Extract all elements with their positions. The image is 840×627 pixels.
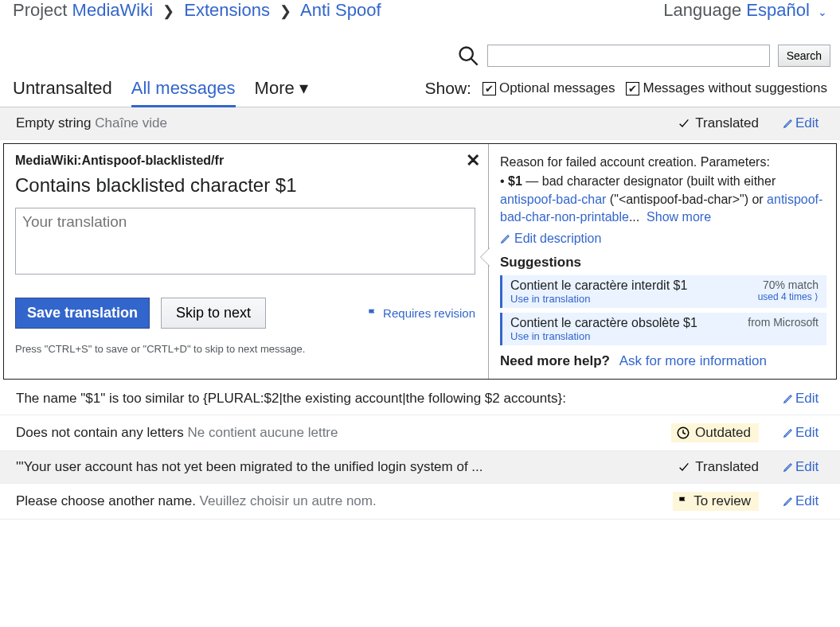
suggestion-text: Contient le caractère interdit $1 [510, 278, 687, 293]
row-translation: Ne contient aucune lettre [187, 425, 338, 440]
language-label: Language [663, 0, 741, 20]
doc-link[interactable]: antispoof-bad-char [500, 193, 606, 206]
search-button[interactable]: Search [778, 45, 830, 67]
pencil-icon [783, 393, 794, 404]
message-row[interactable]: Please choose another name. Veuillez cho… [0, 484, 840, 520]
pencil-icon [783, 427, 794, 438]
use-in-translation-link[interactable]: Use in translation [510, 330, 697, 342]
suggestion-match: 70% match [758, 278, 819, 291]
checkbox-optional-messages[interactable]: ✔ Optional messages [483, 80, 615, 96]
row-source: Empty string [16, 115, 91, 130]
project-label: Project [13, 0, 67, 20]
row-translation: Chaîne vide [95, 115, 167, 130]
edit-link[interactable]: Edit [783, 459, 827, 475]
search-input[interactable] [487, 45, 770, 67]
suggestion-item: Contient le caractère interdit $1 Use in… [500, 275, 826, 308]
panel-pointer [481, 247, 490, 267]
suggestion-source: from Microsoft [748, 316, 819, 329]
use-in-translation-link[interactable]: Use in translation [510, 293, 687, 305]
status-outdated: Outdated [671, 423, 759, 442]
flag-icon [678, 496, 689, 507]
message-row[interactable]: Does not contain any letters Ne contient… [0, 415, 840, 451]
language-selector[interactable]: Language Español ⌄ [663, 0, 827, 21]
message-row[interactable]: The name "$1" is too similar to {PLURAL:… [0, 383, 840, 415]
suggestion-text: Contient le caractère obsolète $1 [510, 316, 697, 330]
show-more-link[interactable]: Show more [647, 210, 711, 224]
checkbox-without-suggestions[interactable]: ✔ Messages without suggestions [626, 80, 827, 96]
crumb-antispoof[interactable]: Anti Spoof [300, 0, 381, 20]
show-label: Show: [425, 79, 471, 98]
translation-editor: ✕ MediaWiki:Antispoof-blacklisted/fr Con… [3, 143, 837, 380]
svg-line-1 [471, 59, 477, 65]
tab-more[interactable]: More ▾ [255, 78, 308, 99]
status-to-review: To review [673, 492, 759, 511]
row-source: Please choose another name. [16, 493, 196, 508]
pencil-icon [783, 461, 794, 473]
status-translated: Translated [663, 459, 759, 475]
requires-revision-link[interactable]: Requires revision [367, 306, 475, 320]
message-row[interactable]: Empty string Chaîne vide Translated Edit [0, 107, 840, 140]
tab-all-messages[interactable]: All messages [131, 75, 236, 107]
breadcrumb: Project MediaWiki ❯ Extensions ❯ Anti Sp… [13, 0, 381, 21]
chevron-right-icon: ❯ [279, 3, 291, 19]
pencil-icon [783, 496, 794, 507]
more-help: Need more help? Ask for more information [500, 353, 826, 369]
pencil-icon [500, 233, 511, 244]
row-translation: Veuillez choisir un autre nom. [200, 493, 377, 508]
row-source: The name "$1" is too similar to {PLURAL:… [16, 391, 566, 406]
edit-link[interactable]: Edit [783, 115, 827, 131]
check-icon [678, 461, 690, 473]
check-icon [678, 117, 690, 130]
skip-button[interactable]: Skip to next [161, 298, 266, 329]
edit-link[interactable]: Edit [783, 425, 827, 441]
message-key: MediaWiki:Antispoof-blacklisted/fr [15, 154, 475, 168]
chevron-right-icon: ❯ [162, 3, 174, 19]
message-row[interactable]: '''Your user account has not yet been mi… [0, 451, 840, 484]
close-icon[interactable]: ✕ [466, 150, 480, 171]
pencil-icon [783, 118, 794, 129]
suggestions-heading: Suggestions [500, 255, 826, 271]
language-value: Español [746, 0, 810, 20]
edit-description-link[interactable]: Edit description [500, 232, 601, 246]
crumb-project[interactable]: MediaWiki [72, 0, 153, 20]
ask-info-link[interactable]: Ask for more information [619, 353, 767, 368]
clock-icon [676, 426, 690, 440]
search-icon [457, 45, 479, 67]
checkbox-icon: ✔ [626, 82, 639, 95]
source-text: Contains blacklisted character $1 [15, 174, 475, 197]
edit-link[interactable]: Edit [783, 493, 827, 509]
translation-input[interactable] [15, 208, 475, 275]
checkbox-icon: ✔ [483, 82, 496, 95]
chevron-down-icon: ⌄ [818, 6, 827, 18]
suggestion-item: Contient le caractère obsolète $1 Use in… [500, 313, 826, 345]
caret-down-icon: ▾ [299, 78, 308, 98]
crumb-extensions[interactable]: Extensions [184, 0, 270, 20]
tab-untranslated[interactable]: Untransalted [13, 75, 112, 105]
svg-point-0 [459, 48, 472, 60]
keyboard-hint: Press "CTRL+S" to save or "CRTL+D" to sk… [15, 343, 475, 355]
edit-link[interactable]: Edit [783, 391, 827, 407]
flag-icon [367, 308, 378, 319]
suggestion-usage-link[interactable]: used 4 times ⟩ [758, 291, 819, 302]
status-translated: Translated [663, 115, 759, 131]
message-description: Reason for failed account creation. Para… [500, 154, 826, 227]
row-source: '''Your user account has not yet been mi… [16, 459, 483, 474]
save-button[interactable]: Save translation [15, 298, 150, 329]
row-source: Does not contain any letters [16, 425, 184, 440]
